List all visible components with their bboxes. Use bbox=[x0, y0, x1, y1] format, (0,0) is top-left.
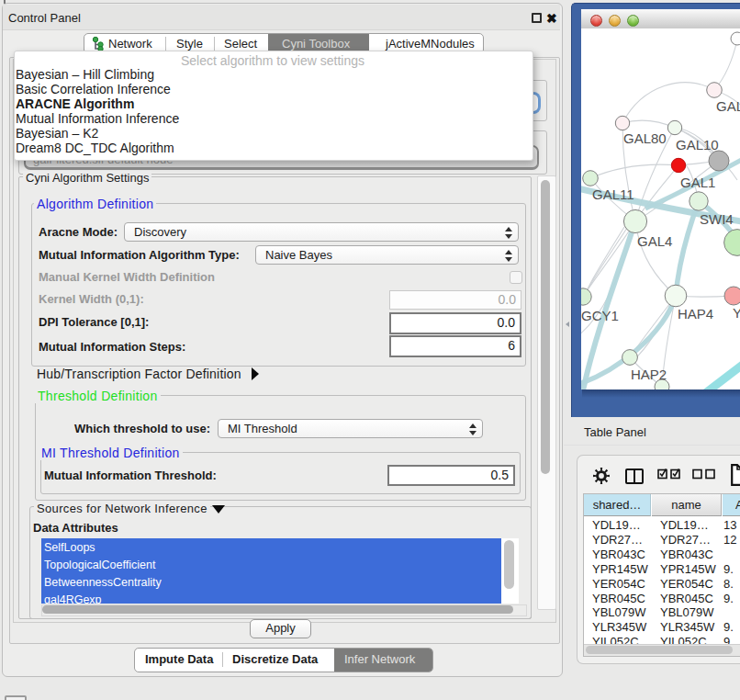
svg-text:GAL1: GAL1 bbox=[680, 175, 715, 190]
svg-text:GAL4: GAL4 bbox=[637, 233, 672, 249]
svg-text:Y: Y bbox=[733, 305, 740, 321]
svg-text:GAL11: GAL11 bbox=[592, 186, 634, 202]
svg-text:SWI4: SWI4 bbox=[700, 211, 734, 227]
svg-text:GCY1: GCY1 bbox=[581, 308, 619, 323]
svg-text:GAL80: GAL80 bbox=[623, 130, 667, 146]
svg-text:GAL7: GAL7 bbox=[716, 98, 740, 114]
svg-text:HAP2: HAP2 bbox=[631, 367, 667, 382]
svg-text:GAL10: GAL10 bbox=[676, 137, 719, 152]
svg-text:HAP4: HAP4 bbox=[678, 306, 713, 322]
